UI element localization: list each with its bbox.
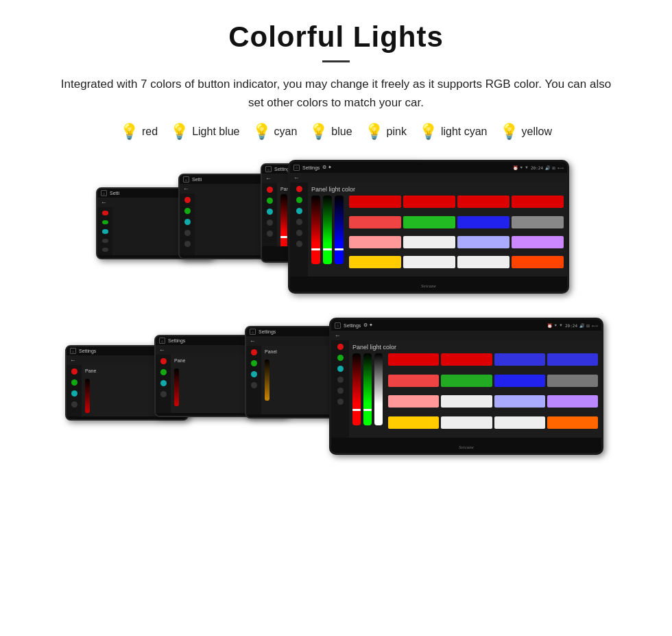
color-item-cyan: 💡 cyan <box>252 124 298 139</box>
screen-main-top: ⌂ Settings ⚙ ✦ ⏰ ♥ ▼ 20:24 🔊 ⊞ ⟻ <box>288 160 569 294</box>
color-label-yellow: yellow <box>522 126 552 138</box>
color-item-lightcyan: 💡 light cyan <box>419 124 488 139</box>
bulb-icon-cyan: 💡 <box>252 124 271 139</box>
bulb-icon-lightcyan: 💡 <box>419 124 437 139</box>
color-label-pink: pink <box>387 126 407 138</box>
color-item-pink: 💡 pink <box>365 124 407 139</box>
top-screens-group: ⌂ Setti ME ← <box>96 160 576 311</box>
color-item-lightblue: 💡 Light blue <box>170 124 239 139</box>
title-divider <box>322 60 350 62</box>
page-description: Integrated with 7 colors of button indic… <box>55 75 617 112</box>
color-item-yellow: 💡 yellow <box>500 124 552 139</box>
color-indicators-row: 💡 red 💡 Light blue 💡 cyan 💡 blue 💡 pink … <box>27 124 645 139</box>
bulb-icon-red: 💡 <box>120 124 139 139</box>
status-time: 20:24 <box>531 165 543 170</box>
bottom-screens-group: ⌂ Settings ME ← Pane <box>65 318 607 482</box>
color-label-lightblue: Light blue <box>192 126 239 138</box>
main-watermark: Seicane <box>421 283 436 289</box>
color-item-blue: 💡 blue <box>309 124 352 139</box>
color-item-red: 💡 red <box>120 124 158 139</box>
bulb-icon-lightblue: 💡 <box>170 124 189 139</box>
panel-color-title: Panel light color <box>311 186 564 193</box>
bottom-watermark: Seicane <box>459 445 474 450</box>
bulb-icon-blue: 💡 <box>309 124 328 139</box>
color-label-cyan: cyan <box>274 126 298 138</box>
bottom-screen-main: ⌂ Settings ⚙ ✦ ⏰ ♥ ▼ 20:24 🔊 ⊞ ⟻ ← <box>329 318 603 455</box>
page-title: Colorful Lights <box>27 21 645 54</box>
color-label-blue: blue <box>331 126 352 138</box>
color-label-lightcyan: light cyan <box>441 126 488 138</box>
page-container: Colorful Lights Integrated with 7 colors… <box>0 0 672 510</box>
color-label-red: red <box>142 126 158 138</box>
bulb-icon-yellow: 💡 <box>500 124 518 139</box>
bulb-icon-pink: 💡 <box>365 124 383 139</box>
